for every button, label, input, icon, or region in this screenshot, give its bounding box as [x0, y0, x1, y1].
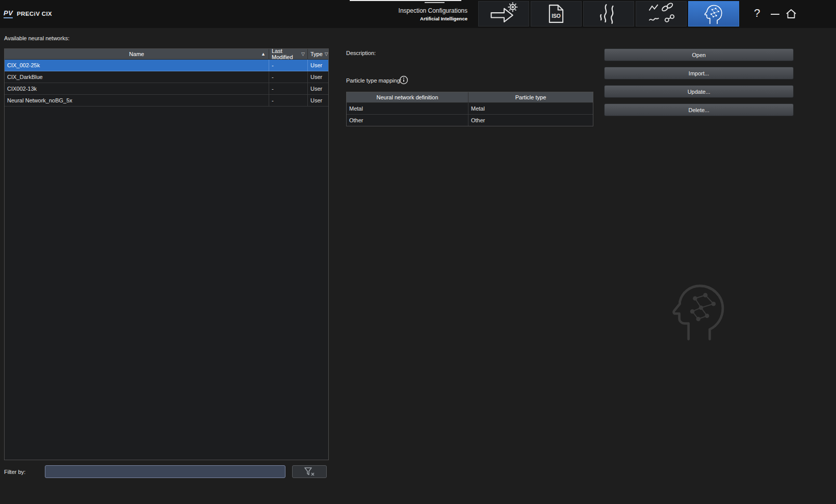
- cell-particle-type: Other: [468, 115, 593, 126]
- app-title: PRECiV CIX: [17, 11, 52, 17]
- app-window: PV PRECiV CIX Inspection Configurations …: [0, 0, 836, 504]
- network-table: Name ▲ Last Modified ▽ Type ▽ CIX_002-25…: [4, 48, 329, 460]
- table-row[interactable]: Neural Network_noBG_5x-User: [5, 95, 328, 107]
- filter-icon: ▽: [301, 51, 305, 57]
- mapping-table-body: MetalMetalOtherOther: [347, 103, 593, 126]
- context-title: Inspection Configurations: [399, 7, 467, 14]
- cell-type: User: [308, 95, 328, 106]
- cell-last-modified: -: [269, 60, 308, 71]
- top-edge-highlight: [350, 0, 461, 1]
- context-subtitle: Artificial Intelligence: [399, 16, 467, 21]
- cell-last-modified: -: [269, 71, 308, 83]
- filter-icon: ▽: [325, 51, 328, 57]
- help-button[interactable]: ?: [754, 7, 760, 20]
- cell-type: User: [308, 83, 328, 94]
- cell-name: CIX002-13k: [5, 83, 269, 94]
- column-header-last-modified[interactable]: Last Modified ▽: [269, 49, 308, 59]
- arrow-gear-icon: [488, 2, 519, 25]
- pv-logo: PV: [4, 9, 13, 18]
- table-row[interactable]: CIX_DarkBlue-User: [5, 71, 328, 83]
- column-type-label: Type: [310, 51, 323, 57]
- workflow-tabs: ISO: [478, 1, 739, 26]
- cell-type: User: [308, 60, 328, 71]
- cell-type: User: [308, 71, 328, 83]
- funnel-clear-icon: [303, 467, 316, 477]
- particle-mapping-label: Particle type mapping:: [346, 77, 402, 84]
- column-header-network-definition: Neural network definition: [347, 92, 468, 102]
- top-edge-highlight-short: [425, 2, 445, 3]
- cell-particle-type: Metal: [468, 103, 593, 114]
- clear-filter-button[interactable]: [292, 465, 327, 478]
- network-table-body: CIX_002-25k-UserCIX_DarkBlue-UserCIX002-…: [5, 60, 328, 107]
- sort-asc-icon: ▲: [261, 51, 266, 57]
- delete-button[interactable]: Delete...: [604, 103, 794, 116]
- tab-inspection-settings[interactable]: [478, 1, 529, 26]
- filter-input[interactable]: [45, 465, 285, 478]
- column-header-type[interactable]: Type ▽: [308, 49, 328, 59]
- ai-head-watermark: [667, 278, 732, 343]
- minimize-button[interactable]: [771, 14, 779, 15]
- cell-name: Neural Network_noBG_5x: [5, 95, 269, 106]
- home-button[interactable]: [785, 8, 797, 19]
- column-header-particle-type: Particle type: [468, 92, 593, 102]
- cell-last-modified: -: [269, 83, 308, 94]
- mapping-table-header: Neural network definition Particle type: [347, 92, 593, 103]
- cell-network-definition: Metal: [347, 103, 468, 114]
- cell-last-modified: -: [269, 95, 308, 106]
- mapping-row: MetalMetal: [347, 103, 593, 115]
- iso-document-icon: ISO: [541, 2, 571, 25]
- particles-icon: [593, 2, 624, 25]
- ai-head-icon: [702, 3, 725, 25]
- context-header: Inspection Configurations Artificial Int…: [399, 7, 467, 21]
- open-button[interactable]: Open: [604, 48, 794, 61]
- iso-label: ISO: [552, 13, 561, 19]
- tab-artificial-intelligence[interactable]: [688, 1, 739, 26]
- description-label: Description:: [346, 50, 376, 56]
- column-last-modified-label: Last Modified: [272, 49, 299, 59]
- tab-iso-report[interactable]: ISO: [531, 1, 582, 26]
- filter-by-label: Filter by:: [4, 469, 25, 475]
- cell-name: CIX_002-25k: [5, 60, 269, 71]
- cell-name: CIX_DarkBlue: [5, 71, 269, 83]
- column-header-name[interactable]: Name ▲: [5, 49, 269, 59]
- info-icon[interactable]: [399, 75, 408, 85]
- import-button[interactable]: Import...: [604, 67, 794, 79]
- table-row[interactable]: CIX002-13k-User: [5, 83, 328, 95]
- available-networks-label: Available neural networks:: [4, 35, 69, 41]
- cell-network-definition: Other: [347, 115, 468, 126]
- measure-link-icon: [646, 2, 676, 25]
- tab-particles[interactable]: [583, 1, 634, 26]
- table-row[interactable]: CIX_002-25k-User: [5, 60, 328, 71]
- network-table-header: Name ▲ Last Modified ▽ Type ▽: [5, 49, 328, 60]
- update-button[interactable]: Update...: [604, 85, 794, 98]
- tab-measurement-link[interactable]: [636, 1, 687, 26]
- column-name-label: Name: [129, 51, 144, 57]
- title-bar: PV PRECiV CIX Inspection Configurations …: [0, 0, 836, 28]
- mapping-row: OtherOther: [347, 115, 593, 126]
- particle-mapping-table: Neural network definition Particle type …: [346, 92, 593, 126]
